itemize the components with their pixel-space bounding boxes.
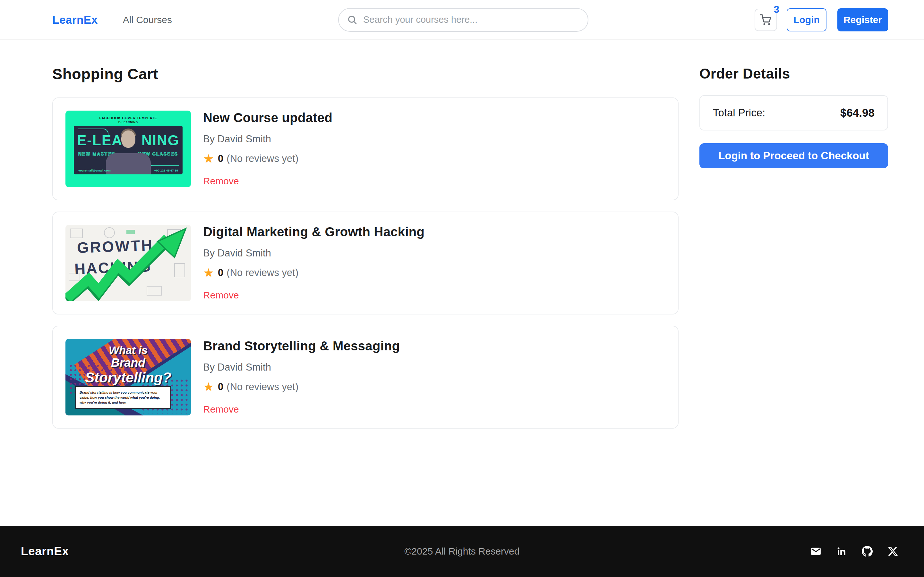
header-actions: 3 Login Register bbox=[754, 8, 888, 31]
rating-note: (No reviews yet) bbox=[226, 267, 298, 279]
thumb-banner: E-LEA NING NEW MASTER NEW CLASSES yourem… bbox=[74, 126, 183, 174]
headline-line: Brand bbox=[65, 356, 191, 369]
course-thumbnail-growth-hacking: GROWTH HACKING bbox=[65, 225, 191, 301]
rating-note: (No reviews yet) bbox=[226, 153, 298, 164]
linkedin-icon[interactable] bbox=[836, 546, 847, 557]
thumb-description-box: Brand storytelling is how you communicat… bbox=[75, 386, 171, 409]
order-details-title: Order Details bbox=[699, 66, 888, 82]
course-rating: ★ 0 (No reviews yet) bbox=[203, 381, 400, 393]
search-icon bbox=[347, 15, 357, 25]
thumb-headline: What is Brand Storytelling? bbox=[65, 344, 191, 385]
search-input[interactable] bbox=[338, 8, 588, 32]
course-rating: ★ 0 (No reviews yet) bbox=[203, 267, 425, 279]
total-price-value: $64.98 bbox=[840, 106, 875, 119]
footer-logo: LearnEx bbox=[21, 545, 69, 558]
thumb-contacts: youremail@email.com +00 123 45 67 89 bbox=[74, 169, 183, 172]
footer: LearnEx ©2025 All Rights Reserved bbox=[0, 526, 924, 577]
header: LearnEx All Courses 3 Login Register bbox=[0, 0, 924, 40]
headline-line: Storytelling? bbox=[65, 370, 191, 385]
page: LearnEx All Courses 3 Login Register bbox=[0, 0, 924, 577]
total-price-label: Total Price: bbox=[713, 107, 765, 119]
search-bar bbox=[338, 8, 588, 32]
cart-item-details: Digital Marketing & Growth Hacking By Da… bbox=[203, 225, 425, 301]
remove-link[interactable]: Remove bbox=[203, 290, 239, 301]
banner-title-left: E-LEA bbox=[77, 133, 123, 147]
course-title: Brand Storytelling & Messaging bbox=[203, 339, 400, 353]
cart-item-details: New Course updated By David Smith ★ 0 (N… bbox=[203, 111, 333, 187]
cart-item-details: Brand Storytelling & Messaging By David … bbox=[203, 339, 400, 416]
learnex-logo[interactable]: LearnEx bbox=[52, 13, 98, 26]
growth-arrow-graphic bbox=[65, 225, 191, 301]
rating-note: (No reviews yet) bbox=[226, 381, 298, 393]
mail-icon[interactable] bbox=[811, 546, 821, 557]
person-head bbox=[121, 131, 136, 148]
checkout-button[interactable]: Login to Proceed to Checkout bbox=[699, 143, 888, 168]
rating-value: 0 bbox=[218, 267, 223, 279]
contact-email: youremail@email.com bbox=[78, 169, 111, 172]
corner-decoration bbox=[148, 160, 179, 166]
main-content: Shopping Cart FACEBOOK COVER TEMPLATE E-… bbox=[0, 40, 924, 526]
headline-line: What is bbox=[65, 344, 191, 356]
star-icon: ★ bbox=[203, 267, 214, 279]
star-icon: ★ bbox=[203, 381, 214, 393]
cart-item-card: GROWTH HACKING Digital Marketing & Growt… bbox=[52, 211, 678, 314]
login-button[interactable]: Login bbox=[787, 8, 827, 31]
course-thumbnail-brand-storytelling: What is Brand Storytelling? Brand storyt… bbox=[65, 339, 191, 416]
register-button[interactable]: Register bbox=[837, 8, 888, 31]
thumb-caption-sub: E-LEARNING bbox=[65, 121, 191, 124]
remove-link[interactable]: Remove bbox=[203, 404, 239, 415]
x-icon[interactable] bbox=[887, 546, 898, 557]
course-author: By David Smith bbox=[203, 362, 400, 373]
cart-button[interactable]: 3 bbox=[754, 9, 777, 31]
course-thumbnail-elearning: FACEBOOK COVER TEMPLATE E-LEARNING E-LEA… bbox=[65, 111, 191, 187]
cart-icon bbox=[759, 13, 772, 26]
nav-all-courses[interactable]: All Courses bbox=[123, 15, 172, 25]
banner-title-right: NING bbox=[142, 133, 179, 147]
github-icon[interactable] bbox=[862, 546, 873, 557]
cart-count-badge: 3 bbox=[774, 4, 779, 15]
rating-value: 0 bbox=[218, 153, 223, 164]
course-rating: ★ 0 (No reviews yet) bbox=[203, 153, 333, 165]
cart-item-card: What is Brand Storytelling? Brand storyt… bbox=[52, 326, 678, 429]
contact-phone: +00 123 45 67 89 bbox=[154, 169, 178, 172]
cart-item-card: FACEBOOK COVER TEMPLATE E-LEARNING E-LEA… bbox=[52, 97, 678, 200]
course-title: New Course updated bbox=[203, 111, 333, 125]
order-details-section: Order Details Total Price: $64.98 Login … bbox=[699, 65, 888, 168]
course-title: Digital Marketing & Growth Hacking bbox=[203, 225, 425, 239]
total-price-box: Total Price: $64.98 bbox=[699, 95, 888, 131]
rating-value: 0 bbox=[218, 381, 223, 393]
thumb-caption: FACEBOOK COVER TEMPLATE bbox=[65, 116, 191, 120]
copyright-text: ©2025 All Rights Reserved bbox=[405, 546, 520, 557]
course-author: By David Smith bbox=[203, 133, 333, 145]
remove-link[interactable]: Remove bbox=[203, 176, 239, 187]
shopping-cart-section: Shopping Cart FACEBOOK COVER TEMPLATE E-… bbox=[52, 65, 678, 440]
course-author: By David Smith bbox=[203, 247, 425, 259]
star-icon: ★ bbox=[203, 153, 214, 165]
page-title: Shopping Cart bbox=[52, 65, 678, 83]
social-links bbox=[811, 546, 898, 557]
